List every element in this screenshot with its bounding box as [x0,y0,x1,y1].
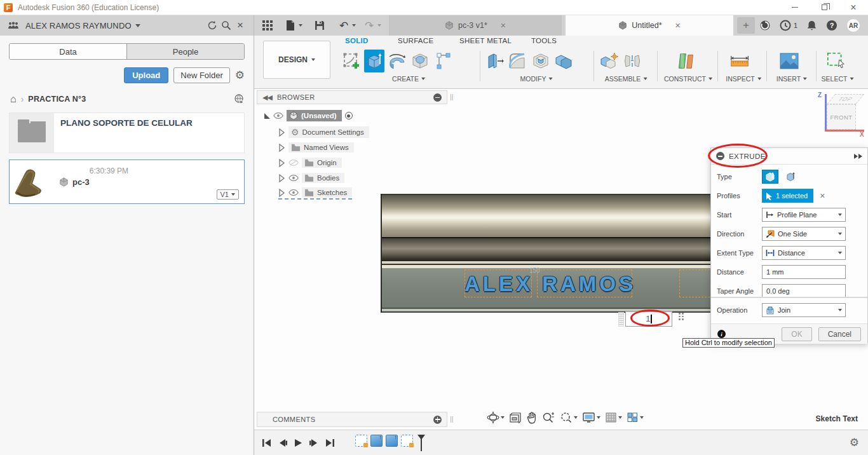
operation-dropdown[interactable]: Join [762,303,846,317]
browser-row-origin[interactable]: Origin [278,156,342,169]
upload-button[interactable]: Upload [124,67,168,83]
timeline-go-start-button[interactable] [262,438,272,447]
shell-button[interactable] [531,50,551,72]
timeline-feature-sketch[interactable] [401,435,413,447]
viewports-chevron-icon[interactable] [640,416,644,419]
ribbon-tab-sheetmetal[interactable]: SHEET METAL [459,37,512,44]
timeline-go-end-button[interactable] [325,438,335,447]
start-dropdown[interactable]: Profile Plane [762,208,846,222]
group-insert[interactable]: INSERT [776,75,807,83]
group-select[interactable]: SELECT [822,75,854,83]
redo-chevron-icon[interactable] [377,24,381,27]
press-pull-button[interactable] [485,50,505,72]
browser-root-row[interactable]: (Unsaved) [264,109,353,122]
timeline-feature-extrude[interactable] [370,435,383,447]
dim-input-drag-handle[interactable] [618,312,624,327]
profiles-selected-chip[interactable]: 1 selected [762,189,813,203]
app-grid-icon[interactable] [259,17,276,34]
tree-item[interactable]: Bodies [302,173,344,183]
timeline-playhead[interactable] [417,435,426,451]
comments-resize-grip[interactable]: || [450,415,454,423]
group-modify[interactable]: MODIFY [520,75,553,83]
comments-panel-header[interactable]: COMMENTS [257,412,447,427]
close-button[interactable]: × [839,0,868,15]
bell-icon[interactable] [806,20,817,31]
taper-angle-input[interactable]: 0.0 deg [762,284,846,298]
doc-tab-untitled[interactable]: Untitled* × [566,15,733,36]
direction-dropdown[interactable]: One Side [762,227,846,241]
insert-canvas-button[interactable] [779,50,799,72]
user-avatar[interactable]: AR [846,18,860,32]
doc-tab-pc3[interactable]: pc-3 v1* × [389,15,562,36]
undo-icon[interactable]: ↶ [336,17,352,34]
version-dropdown[interactable]: V1 [217,189,239,200]
tree-item[interactable]: Sketches [302,187,352,198]
collapsed-arrow-icon[interactable] [278,189,285,197]
file-menu-chevron-icon[interactable] [299,24,302,27]
doc-tab-close-icon[interactable]: × [501,20,506,31]
eye-icon[interactable] [288,189,299,196]
new-tab-button[interactable]: + [737,17,755,34]
fillet-button[interactable] [508,50,528,72]
timeline-step-back-button[interactable] [278,438,288,447]
undo-chevron-icon[interactable] [352,24,356,27]
revolve-button[interactable] [387,50,407,72]
ribbon-tab-solid[interactable]: SOLID [345,37,369,44]
timeline-settings-gear-icon[interactable]: ⚙ [850,437,859,448]
combine-button[interactable] [553,50,574,72]
look-at-button[interactable] [509,412,522,423]
browser-root-item[interactable]: (Unsaved) [287,110,342,121]
tree-item[interactable]: Named Views [288,142,354,153]
breadcrumb-folder[interactable]: PRACTICA N°3 [28,95,86,104]
browser-panel-header[interactable]: ◀◀ BROWSER [257,90,447,104]
search-icon[interactable] [219,18,233,32]
grid-chevron-icon[interactable] [618,416,622,419]
joint-button[interactable] [622,50,642,72]
collapsed-arrow-icon[interactable] [278,128,285,137]
add-comment-icon[interactable] [433,416,442,424]
display-chevron-icon[interactable] [597,416,600,419]
clear-selection-icon[interactable]: × [820,191,825,201]
view-cube-front-face[interactable]: FRONT [827,104,856,130]
restore-button[interactable] [810,0,839,15]
file-menu-icon[interactable] [282,17,299,34]
measure-button[interactable] [729,50,750,72]
dim-input-menu-dots-icon[interactable] [679,313,684,320]
new-component-button[interactable] [599,50,620,72]
redo-icon[interactable]: ↷ [361,17,377,34]
extrude-type-thin-button[interactable] [782,170,799,184]
tree-item[interactable]: Origin [302,158,342,168]
display-settings-button[interactable] [582,412,600,423]
eye-icon[interactable] [288,174,299,182]
collapsed-arrow-icon[interactable] [278,159,285,167]
user-chevron-down-icon[interactable] [135,24,140,27]
tab-data[interactable]: Data [10,44,126,59]
expand-triangle-icon[interactable] [264,113,270,119]
model-3d[interactable]: 150 ALEX RAMOS [381,194,717,313]
view-cube-top-face[interactable]: TOP [827,94,864,104]
workspace-selector[interactable]: DESIGN [263,41,330,79]
extent-type-dropdown[interactable]: Distance [762,246,846,260]
viewport-canvas[interactable]: ◀◀ BROWSER || (Unsaved) ⚙ Document Setti… [254,89,868,430]
browser-collapse-icon[interactable]: ◀◀ [262,93,272,102]
orbit-chevron-icon[interactable] [501,416,505,419]
folder-card[interactable]: PLANO SOPORTE DE CELULAR [9,112,245,153]
refresh-icon[interactable] [205,18,219,32]
eye-off-icon[interactable] [288,159,299,166]
job-status-icon[interactable] [759,20,771,31]
extrude-button[interactable] [364,50,384,72]
browser-row-named-views[interactable]: Named Views [278,141,354,154]
timeline-feature-sketch[interactable] [355,435,367,447]
help-icon[interactable]: ? [826,20,837,31]
ribbon-tab-tools[interactable]: TOOLS [531,37,557,44]
model-text-panel[interactable]: 150 ALEX RAMOS [382,268,717,308]
distance-input[interactable]: 1 mm [762,265,846,279]
new-folder-button[interactable]: New Folder [173,67,229,83]
dialog-expand-icon[interactable] [854,154,862,159]
browser-row-bodies[interactable]: Bodies [278,172,344,184]
ok-button[interactable]: OK [782,327,811,341]
group-create[interactable]: CREATE [392,75,425,83]
tab-people[interactable]: People [126,44,244,59]
active-component-radio[interactable] [345,112,353,119]
browser-row-sketches[interactable]: Sketches [278,187,352,200]
